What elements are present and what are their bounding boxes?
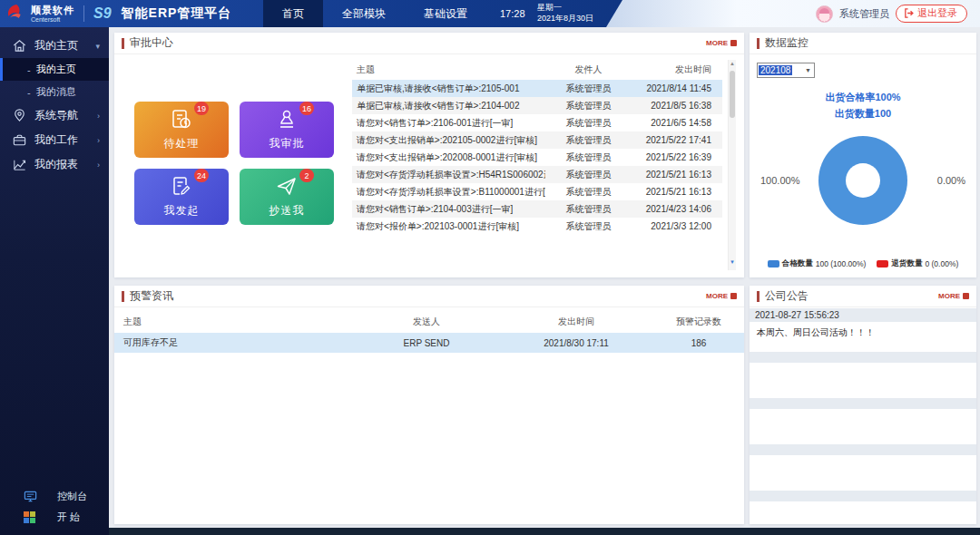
table-row[interactable]: 单据已审核,请接收<销售订单>:2104-002 系统管理员 2021/8/5 … [352, 97, 722, 114]
tile-label: 待处理 [164, 136, 200, 151]
panel-title: 数据监控 [765, 35, 808, 51]
announcement-item-empty [750, 491, 976, 524]
tab-home[interactable]: 首页 [263, 0, 323, 27]
start-button[interactable]: 开 始 [0, 507, 109, 528]
paper-plane-icon [275, 175, 299, 199]
table-row[interactable]: 请您对<存货浮动耗损率设置>:B11000001进行[审核] 系统管理员 202… [352, 183, 722, 200]
product-logo: S9 [93, 5, 112, 22]
period-select[interactable]: 202108 ▼ [757, 63, 815, 78]
top-nav: 首页 全部模块 基础设置 [263, 0, 486, 27]
more-button[interactable]: MORE [938, 292, 969, 300]
weekday: 星期一 [537, 3, 593, 14]
table-header-row: 主题 发送人 发出时间 预警记录数 [114, 311, 744, 333]
console-button[interactable]: 控制台 [0, 486, 109, 507]
logout-button[interactable]: 退出登录 [896, 5, 967, 23]
col-subject: 主题 [352, 63, 545, 76]
table-row[interactable]: 可用库存不足 ERP SEND 2021/8/30 17:11 186 [114, 333, 744, 353]
col-count: 预警记录数 [653, 316, 744, 328]
tile-my-approvals[interactable]: 16 我审批 [240, 102, 334, 158]
legend-swatch [768, 260, 779, 268]
approval-tiles: 19 待处理 16 我审批 24 [134, 102, 334, 225]
table-row[interactable]: 请您对<支出报销单>:202008-0001进行[审核] 系统管理员 2021/… [352, 149, 722, 166]
table-row[interactable]: 请您对<销售订单>:2104-003进行[一审] 系统管理员 2021/4/23… [352, 200, 722, 218]
table-row[interactable]: 请您对<存货浮动耗损率设置>:H54R1S006002进行[审核] 系统管理员 … [352, 166, 722, 183]
approval-table: 主题 发件人 发出时间 单据已审核,请接收<销售订单>:2105-001 系统管… [352, 60, 722, 235]
donut-right-label: 0.00% [937, 175, 965, 186]
table-row[interactable]: 请您对<支出报销单>:202105-0002进行[审核] 系统管理员 2021/… [352, 131, 722, 149]
monitor-summary: 出货合格率100% 出货数量100 [750, 89, 976, 122]
logo: 顺景软件 Centersoft S9 智能ERP管理平台 [5, 0, 231, 27]
sidebar-subitem-my-home[interactable]: 我的主页 [0, 58, 109, 81]
announcement-list: 2021-08-27 15:56:23 本周六、周日公司活动！！！ [750, 308, 976, 524]
table-header-row: 主题 发件人 发出时间 [352, 60, 722, 80]
accent-bar [757, 291, 760, 302]
app-title: 智能ERP管理平台 [122, 5, 232, 22]
alerts-table: 主题 发送人 发出时间 预警记录数 可用库存不足 ERP SEND 2021/8… [114, 311, 744, 353]
sidebar-item-my-home[interactable]: 我的主页 ▾ [0, 34, 109, 58]
logo-en: Centersoft [31, 16, 74, 23]
logout-label: 退出登录 [917, 6, 957, 20]
home-icon [12, 38, 27, 54]
approval-center-panel: 审批中心 MORE 19 待处理 [114, 33, 744, 277]
sidebar-subitem-my-messages[interactable]: 我的消息 [0, 81, 109, 103]
accent-bar [757, 38, 760, 49]
announcement-item-empty [750, 444, 976, 486]
col-time: 发出时间 [632, 63, 722, 76]
col-sender: 发件人 [545, 63, 632, 76]
pending-doc-clock-icon [170, 108, 193, 131]
sidebar-item-system-nav[interactable]: 系统导航 › [0, 103, 109, 128]
sidebar-item-label: 我的报表 [34, 157, 78, 172]
badge-count: 16 [299, 102, 314, 115]
divider [83, 5, 84, 22]
badge-count: 2 [299, 169, 314, 182]
col-subject: 主题 [114, 316, 354, 328]
table-row[interactable]: 请您对<报价单>:202103-0001进行[审核] 系统管理员 2021/3/… [352, 218, 722, 235]
sidebar-item-label: 我的主页 [34, 38, 78, 54]
chevron-right-icon: › [97, 112, 100, 121]
tile-label: 我审批 [270, 136, 305, 151]
bottom-bar [109, 528, 980, 535]
legend-item-returned[interactable]: 退货数量 0 (0.00%) [877, 258, 958, 269]
scroll-down-arrow[interactable]: ▼ [729, 259, 736, 265]
tile-initiated-by-me[interactable]: 24 我发起 [134, 169, 229, 225]
console-label: 控制台 [57, 490, 87, 503]
start-icon [24, 511, 35, 523]
panel-header: 审批中心 MORE [114, 33, 744, 54]
logo-cn: 顺景软件 [31, 5, 74, 15]
sidebar-item-my-reports[interactable]: 我的报表 › [0, 152, 109, 177]
table-row[interactable]: 请您对<销售订单>:2106-001进行[一审] 系统管理员 2021/6/5 … [352, 114, 722, 131]
table-row[interactable]: 单据已审核,请接收<销售订单>:2105-001 系统管理员 2021/8/14… [352, 80, 722, 97]
scrollbar-thumb[interactable] [730, 71, 735, 118]
tile-cc-to-me[interactable]: 2 抄送我 [240, 169, 334, 225]
announcement-item[interactable]: 2021-08-27 15:56:23 本周六、周日公司活动！！！ [750, 308, 976, 347]
legend-swatch [877, 260, 888, 268]
tab-all-modules[interactable]: 全部模块 [323, 0, 405, 27]
panel-header: 预警资讯 MORE [114, 286, 744, 307]
chevron-right-icon: › [97, 160, 100, 170]
sidebar-item-my-work[interactable]: 我的工作 › [0, 128, 109, 152]
panel-header: 公司公告 MORE [750, 286, 976, 307]
sidebar-subitem-label: 我的主页 [36, 63, 76, 76]
sidebar-footer: 控制台 开 始 [0, 486, 109, 528]
tab-basic-settings[interactable]: 基础设置 [405, 0, 486, 27]
legend-item-qualified[interactable]: 合格数量 100 (100.00%) [768, 258, 867, 269]
logout-icon [904, 8, 914, 18]
tile-pending[interactable]: 19 待处理 [134, 102, 229, 158]
announcements-panel: 公司公告 MORE 2021-08-27 15:56:23 本周六、周日公司活动… [750, 286, 976, 524]
company-logo-icon [5, 3, 26, 24]
scroll-up-arrow[interactable]: ▲ [729, 61, 736, 66]
sidebar: 我的主页 ▾ 我的主页 我的消息 系统导航 › 我的工作 › 我的报表 › [0, 27, 109, 535]
more-button[interactable]: MORE [706, 39, 737, 47]
announcement-item-empty [750, 398, 976, 440]
monitor-icon [24, 490, 37, 503]
scrollbar[interactable]: ▲ ▼ [728, 60, 736, 270]
alerts-panel: 预警资讯 MORE 主题 发送人 发出时间 预警记录数 可用库存不足 ERP S… [114, 286, 744, 524]
topbar-user-area: 系统管理员 退出登录 [606, 0, 980, 27]
avatar[interactable] [816, 5, 833, 23]
date: 2021年8月30日 [537, 14, 593, 24]
more-button[interactable]: MORE [706, 292, 737, 300]
map-pin-icon [12, 108, 27, 123]
briefcase-icon [12, 132, 27, 148]
accent-bar [122, 291, 124, 302]
announcement-item-empty [750, 352, 976, 394]
